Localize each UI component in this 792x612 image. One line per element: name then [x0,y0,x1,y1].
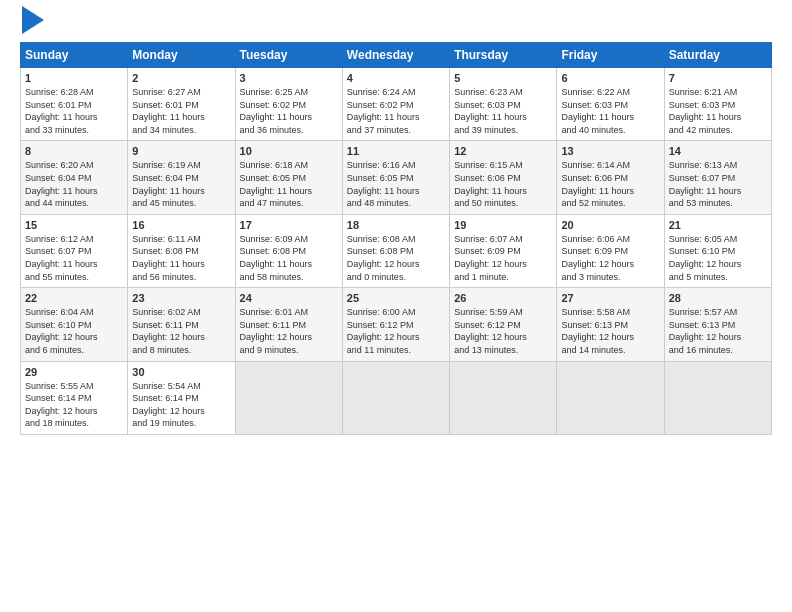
calendar-cell: 12Sunrise: 6:15 AMSunset: 6:06 PMDayligh… [450,141,557,214]
logo [20,16,44,34]
day-info: Sunrise: 5:54 AMSunset: 6:14 PMDaylight:… [132,380,230,430]
col-sunday: Sunday [21,43,128,68]
calendar-cell: 4Sunrise: 6:24 AMSunset: 6:02 PMDaylight… [342,68,449,141]
calendar-week-3: 15Sunrise: 6:12 AMSunset: 6:07 PMDayligh… [21,214,772,287]
calendar-cell: 29Sunrise: 5:55 AMSunset: 6:14 PMDayligh… [21,361,128,434]
day-number: 29 [25,366,123,378]
day-number: 10 [240,145,338,157]
day-info: Sunrise: 6:27 AMSunset: 6:01 PMDaylight:… [132,86,230,136]
day-info: Sunrise: 6:19 AMSunset: 6:04 PMDaylight:… [132,159,230,209]
calendar-cell: 27Sunrise: 5:58 AMSunset: 6:13 PMDayligh… [557,288,664,361]
calendar-cell: 11Sunrise: 6:16 AMSunset: 6:05 PMDayligh… [342,141,449,214]
day-info: Sunrise: 6:22 AMSunset: 6:03 PMDaylight:… [561,86,659,136]
day-info: Sunrise: 6:04 AMSunset: 6:10 PMDaylight:… [25,306,123,356]
day-number: 17 [240,219,338,231]
calendar-cell: 10Sunrise: 6:18 AMSunset: 6:05 PMDayligh… [235,141,342,214]
calendar-cell: 17Sunrise: 6:09 AMSunset: 6:08 PMDayligh… [235,214,342,287]
day-info: Sunrise: 6:06 AMSunset: 6:09 PMDaylight:… [561,233,659,283]
calendar-cell [450,361,557,434]
day-info: Sunrise: 6:08 AMSunset: 6:08 PMDaylight:… [347,233,445,283]
day-number: 9 [132,145,230,157]
day-number: 5 [454,72,552,84]
col-wednesday: Wednesday [342,43,449,68]
calendar-cell: 3Sunrise: 6:25 AMSunset: 6:02 PMDaylight… [235,68,342,141]
calendar-cell: 2Sunrise: 6:27 AMSunset: 6:01 PMDaylight… [128,68,235,141]
day-info: Sunrise: 6:07 AMSunset: 6:09 PMDaylight:… [454,233,552,283]
day-number: 21 [669,219,767,231]
calendar-cell [557,361,664,434]
day-number: 23 [132,292,230,304]
calendar-cell: 18Sunrise: 6:08 AMSunset: 6:08 PMDayligh… [342,214,449,287]
day-number: 19 [454,219,552,231]
calendar-cell: 30Sunrise: 5:54 AMSunset: 6:14 PMDayligh… [128,361,235,434]
day-info: Sunrise: 6:23 AMSunset: 6:03 PMDaylight:… [454,86,552,136]
calendar-cell: 14Sunrise: 6:13 AMSunset: 6:07 PMDayligh… [664,141,771,214]
calendar: Sunday Monday Tuesday Wednesday Thursday… [20,42,772,435]
calendar-cell [342,361,449,434]
logo-icon [22,6,44,34]
day-number: 22 [25,292,123,304]
col-thursday: Thursday [450,43,557,68]
day-info: Sunrise: 6:20 AMSunset: 6:04 PMDaylight:… [25,159,123,209]
calendar-cell: 19Sunrise: 6:07 AMSunset: 6:09 PMDayligh… [450,214,557,287]
day-info: Sunrise: 6:16 AMSunset: 6:05 PMDaylight:… [347,159,445,209]
calendar-cell: 22Sunrise: 6:04 AMSunset: 6:10 PMDayligh… [21,288,128,361]
day-info: Sunrise: 6:11 AMSunset: 6:08 PMDaylight:… [132,233,230,283]
day-number: 1 [25,72,123,84]
calendar-week-4: 22Sunrise: 6:04 AMSunset: 6:10 PMDayligh… [21,288,772,361]
calendar-week-5: 29Sunrise: 5:55 AMSunset: 6:14 PMDayligh… [21,361,772,434]
day-info: Sunrise: 6:13 AMSunset: 6:07 PMDaylight:… [669,159,767,209]
day-number: 30 [132,366,230,378]
day-info: Sunrise: 5:58 AMSunset: 6:13 PMDaylight:… [561,306,659,356]
calendar-week-1: 1Sunrise: 6:28 AMSunset: 6:01 PMDaylight… [21,68,772,141]
col-saturday: Saturday [664,43,771,68]
calendar-cell [664,361,771,434]
calendar-header-row: Sunday Monday Tuesday Wednesday Thursday… [21,43,772,68]
col-friday: Friday [557,43,664,68]
day-number: 15 [25,219,123,231]
day-info: Sunrise: 6:18 AMSunset: 6:05 PMDaylight:… [240,159,338,209]
day-number: 18 [347,219,445,231]
col-monday: Monday [128,43,235,68]
calendar-cell: 24Sunrise: 6:01 AMSunset: 6:11 PMDayligh… [235,288,342,361]
day-number: 13 [561,145,659,157]
day-info: Sunrise: 5:57 AMSunset: 6:13 PMDaylight:… [669,306,767,356]
day-number: 7 [669,72,767,84]
day-info: Sunrise: 6:05 AMSunset: 6:10 PMDaylight:… [669,233,767,283]
day-number: 6 [561,72,659,84]
day-number: 2 [132,72,230,84]
day-info: Sunrise: 6:12 AMSunset: 6:07 PMDaylight:… [25,233,123,283]
day-number: 24 [240,292,338,304]
day-info: Sunrise: 6:21 AMSunset: 6:03 PMDaylight:… [669,86,767,136]
day-number: 16 [132,219,230,231]
calendar-cell: 5Sunrise: 6:23 AMSunset: 6:03 PMDaylight… [450,68,557,141]
calendar-cell: 28Sunrise: 5:57 AMSunset: 6:13 PMDayligh… [664,288,771,361]
calendar-cell: 16Sunrise: 6:11 AMSunset: 6:08 PMDayligh… [128,214,235,287]
calendar-cell: 9Sunrise: 6:19 AMSunset: 6:04 PMDaylight… [128,141,235,214]
day-number: 3 [240,72,338,84]
day-number: 11 [347,145,445,157]
day-number: 4 [347,72,445,84]
day-info: Sunrise: 5:55 AMSunset: 6:14 PMDaylight:… [25,380,123,430]
day-info: Sunrise: 6:28 AMSunset: 6:01 PMDaylight:… [25,86,123,136]
day-info: Sunrise: 6:25 AMSunset: 6:02 PMDaylight:… [240,86,338,136]
day-number: 8 [25,145,123,157]
calendar-cell: 13Sunrise: 6:14 AMSunset: 6:06 PMDayligh… [557,141,664,214]
calendar-cell: 25Sunrise: 6:00 AMSunset: 6:12 PMDayligh… [342,288,449,361]
day-info: Sunrise: 6:24 AMSunset: 6:02 PMDaylight:… [347,86,445,136]
day-info: Sunrise: 6:14 AMSunset: 6:06 PMDaylight:… [561,159,659,209]
day-number: 25 [347,292,445,304]
day-info: Sunrise: 6:02 AMSunset: 6:11 PMDaylight:… [132,306,230,356]
calendar-cell [235,361,342,434]
page: Sunday Monday Tuesday Wednesday Thursday… [0,0,792,612]
col-tuesday: Tuesday [235,43,342,68]
day-info: Sunrise: 5:59 AMSunset: 6:12 PMDaylight:… [454,306,552,356]
day-number: 27 [561,292,659,304]
day-number: 12 [454,145,552,157]
calendar-cell: 8Sunrise: 6:20 AMSunset: 6:04 PMDaylight… [21,141,128,214]
day-info: Sunrise: 6:09 AMSunset: 6:08 PMDaylight:… [240,233,338,283]
day-number: 20 [561,219,659,231]
header [20,16,772,34]
calendar-cell: 6Sunrise: 6:22 AMSunset: 6:03 PMDaylight… [557,68,664,141]
day-info: Sunrise: 6:00 AMSunset: 6:12 PMDaylight:… [347,306,445,356]
